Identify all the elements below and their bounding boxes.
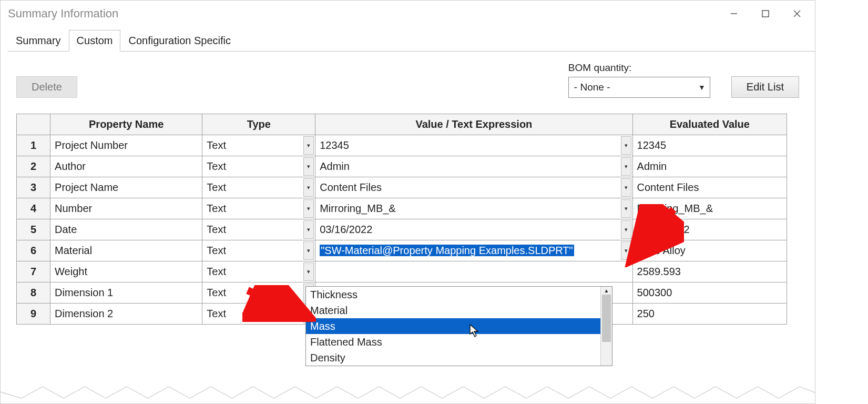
table-row[interactable]: 1Project NumberText▾12345▾12345 bbox=[17, 135, 787, 156]
evaluated-value-cell: Content Files bbox=[632, 177, 787, 198]
row-number: 5 bbox=[17, 219, 50, 240]
col-header-evaluated-value: Evaluated Value bbox=[632, 114, 787, 135]
titlebar: Summary Information bbox=[1, 1, 815, 27]
chevron-down-icon[interactable]: ▾ bbox=[621, 178, 631, 197]
dropdown-item[interactable]: Mass bbox=[306, 318, 612, 334]
type-cell[interactable]: Text▾ bbox=[202, 135, 315, 156]
dialog-window: Summary Information Summary Custom Confi… bbox=[0, 0, 815, 404]
selected-value-text: "SW-Material@Property Mapping Examples.S… bbox=[320, 245, 574, 256]
chevron-down-icon[interactable]: ▾ bbox=[303, 220, 314, 239]
bom-quantity-label: BOM quantity: bbox=[568, 62, 710, 74]
svg-rect-1 bbox=[762, 11, 769, 17]
row-number: 4 bbox=[17, 198, 50, 219]
row-number: 9 bbox=[17, 304, 50, 325]
value-cell[interactable]: 12345▾ bbox=[315, 135, 632, 156]
row-number: 6 bbox=[17, 240, 50, 261]
chevron-down-icon[interactable]: ▾ bbox=[303, 136, 314, 155]
table-row[interactable]: 3Project NameText▾Content Files▾Content … bbox=[17, 177, 787, 198]
property-name-cell[interactable]: Material bbox=[50, 240, 202, 261]
close-button[interactable] bbox=[781, 3, 813, 24]
value-cell[interactable] bbox=[315, 261, 632, 282]
type-cell[interactable]: Text▾ bbox=[202, 198, 315, 219]
chevron-down-icon[interactable]: ▾ bbox=[621, 157, 631, 176]
mouse-cursor-icon bbox=[469, 324, 480, 340]
svg-line-5 bbox=[634, 209, 673, 257]
torn-edge-decoration bbox=[1, 382, 815, 403]
type-cell[interactable]: Text▾ bbox=[202, 156, 315, 177]
col-header-value: Value / Text Expression bbox=[315, 114, 632, 135]
annotation-arrow-left bbox=[242, 285, 316, 322]
dropdown-item[interactable]: Thickness bbox=[306, 287, 612, 302]
evaluated-value-cell: 500300 bbox=[632, 282, 787, 304]
property-name-cell[interactable]: Date bbox=[50, 219, 202, 240]
delete-button[interactable]: Delete bbox=[16, 76, 77, 98]
property-name-cell[interactable]: Project Number bbox=[50, 135, 202, 156]
property-name-cell[interactable]: Author bbox=[50, 156, 202, 177]
row-number: 3 bbox=[17, 177, 50, 198]
property-name-cell[interactable]: Number bbox=[50, 198, 202, 219]
window-title: Summary Information bbox=[8, 7, 118, 21]
tab-custom[interactable]: Custom bbox=[69, 30, 121, 52]
property-name-cell[interactable]: Project Name bbox=[50, 177, 202, 198]
col-header-property-name: Property Name bbox=[50, 114, 202, 135]
chevron-down-icon[interactable]: ▾ bbox=[621, 136, 631, 155]
scroll-thumb[interactable] bbox=[602, 295, 611, 342]
row-number: 1 bbox=[17, 135, 50, 156]
table-row[interactable]: 2AuthorText▾Admin▾Admin bbox=[17, 156, 787, 177]
value-cell[interactable]: Admin▾ bbox=[315, 156, 632, 177]
chevron-down-icon: ▼ bbox=[698, 83, 706, 92]
evaluated-value-cell: 12345 bbox=[632, 135, 787, 156]
value-expression-dropdown[interactable]: ThicknessMaterialMassFlattened MassDensi… bbox=[305, 286, 612, 366]
dropdown-item[interactable]: Density bbox=[306, 350, 612, 366]
row-number: 2 bbox=[17, 156, 50, 177]
property-name-cell[interactable]: Dimension 2 bbox=[50, 304, 202, 325]
type-cell[interactable]: Text▾ bbox=[202, 240, 315, 261]
value-cell[interactable]: 03/16/2022▾ bbox=[315, 219, 632, 240]
chevron-down-icon[interactable]: ▾ bbox=[303, 241, 314, 260]
edit-list-button[interactable]: Edit List bbox=[731, 76, 799, 98]
maximize-button[interactable] bbox=[750, 3, 781, 24]
dropdown-item[interactable]: Flattened Mass bbox=[306, 334, 612, 350]
evaluated-value-cell: 250 bbox=[632, 304, 787, 325]
properties-grid: Property Name Type Value / Text Expressi… bbox=[16, 114, 787, 325]
value-cell[interactable]: Content Files▾ bbox=[315, 177, 632, 198]
tab-configuration-specific[interactable]: Configuration Specific bbox=[120, 30, 239, 52]
chevron-down-icon[interactable]: ▾ bbox=[303, 178, 314, 197]
type-cell[interactable]: Text▾ bbox=[202, 219, 315, 240]
row-number: 8 bbox=[17, 282, 50, 304]
chevron-down-icon[interactable]: ▾ bbox=[303, 262, 314, 281]
tabstrip: Summary Custom Configuration Specific bbox=[8, 29, 815, 51]
col-header-type: Type bbox=[202, 114, 315, 135]
chevron-down-icon[interactable]: ▾ bbox=[303, 157, 314, 176]
bom-quantity-value: - None - bbox=[574, 82, 610, 93]
property-name-cell[interactable]: Weight bbox=[50, 261, 202, 282]
type-cell[interactable]: Text▾ bbox=[202, 177, 315, 198]
dropdown-scrollbar[interactable]: ▲ bbox=[600, 287, 612, 366]
value-cell[interactable]: Mirroring_MB_&▾ bbox=[315, 198, 632, 219]
tab-summary[interactable]: Summary bbox=[8, 30, 69, 52]
annotation-arrow-right bbox=[621, 204, 684, 267]
row-number: 7 bbox=[17, 261, 50, 282]
evaluated-value-cell: Admin bbox=[632, 156, 787, 177]
svg-line-4 bbox=[248, 290, 305, 316]
scroll-up-icon[interactable]: ▲ bbox=[601, 287, 612, 295]
minimize-button[interactable] bbox=[718, 3, 750, 24]
type-cell[interactable]: Text▾ bbox=[202, 261, 315, 282]
col-header-rownum bbox=[17, 114, 50, 135]
property-name-cell[interactable]: Dimension 1 bbox=[50, 282, 202, 304]
chevron-down-icon[interactable]: ▾ bbox=[303, 199, 314, 218]
bom-quantity-select[interactable]: - None - ▼ bbox=[568, 77, 710, 98]
value-cell[interactable]: "SW-Material@Property Mapping Examples.S… bbox=[315, 240, 632, 261]
dropdown-item[interactable]: Material bbox=[306, 302, 612, 318]
